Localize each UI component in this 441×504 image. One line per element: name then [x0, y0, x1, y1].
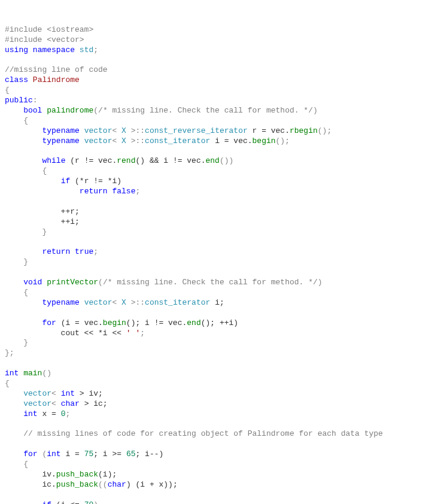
code-token: /* missing line. Check the call for meth…: [98, 106, 313, 115]
code-token: namespace: [33, 45, 75, 54]
code-token: push_back: [56, 470, 98, 479]
code-token: {: [5, 116, 28, 125]
code-token: ;: [93, 45, 98, 54]
code-token: iv.: [5, 470, 56, 479]
code-token: [80, 298, 84, 307]
code-line: void printVector(/* missing line. Check …: [5, 278, 323, 287]
code-line: if (i <= 70): [5, 500, 98, 504]
code-token: [5, 278, 23, 287]
code-token: ): [318, 278, 323, 287]
code-line: }: [5, 338, 28, 347]
code-token: [5, 136, 42, 145]
code-token: > iv;: [75, 389, 103, 398]
code-token: {: [5, 460, 28, 469]
code-line: return false;: [5, 187, 140, 196]
code-token: ++i;: [5, 217, 80, 226]
code-token: }: [5, 338, 28, 347]
code-token: > ic;: [80, 399, 108, 408]
code-token: >::: [126, 298, 145, 307]
code-token: ;: [135, 187, 140, 196]
code-token: (); i != vec.: [126, 318, 187, 327]
code-token: (: [38, 450, 47, 459]
code-token: {: [5, 379, 10, 388]
code-token: 75: [84, 450, 94, 459]
code-token: ): [93, 500, 98, 504]
code-token: int: [61, 389, 75, 398]
code-token: [80, 136, 84, 145]
code-token: X: [121, 136, 126, 145]
code-token: }: [5, 257, 28, 266]
code-token: typename: [42, 298, 79, 307]
code-token: :: [33, 96, 38, 105]
code-line: };: [5, 348, 14, 357]
code-token: (i);: [98, 470, 117, 479]
code-token: (: [98, 278, 103, 287]
code-token: ;: [65, 409, 70, 418]
code-token: <: [112, 136, 121, 145]
code-token: vector: [84, 298, 112, 307]
code-line: typename vector< X >::const_reverse_iter…: [5, 126, 331, 135]
code-token: std: [80, 45, 93, 54]
code-token: while: [42, 156, 65, 165]
code-token: typename: [42, 136, 79, 145]
code-token: true: [75, 247, 93, 256]
code-token: false: [112, 187, 135, 196]
code-token: [5, 450, 23, 459]
code-token: (r != vec.: [65, 156, 117, 165]
code-token: palindrome: [47, 106, 93, 115]
code-token: char: [61, 399, 80, 408]
code-token: [5, 247, 42, 256]
code-token: [5, 156, 42, 165]
code-line: {: [5, 460, 28, 469]
code-token: () && i != vec.: [135, 156, 205, 165]
code-token: [5, 409, 23, 418]
code-token: const_reverse_iterator: [145, 126, 248, 135]
code-line: for (int i = 75; i >= 65; i--): [5, 450, 163, 459]
code-block: #include <iostream> #include <vector> us…: [5, 25, 436, 504]
code-token: vector: [23, 389, 51, 398]
code-line: {: [5, 379, 10, 388]
code-token: int: [47, 450, 60, 459]
code-token: begin: [253, 136, 276, 145]
code-token: [5, 177, 61, 186]
code-token: const_iterator: [145, 298, 210, 307]
code-line: vector< char > ic;: [5, 399, 108, 408]
code-token: printVector: [47, 278, 98, 287]
code-token: //missing line of code: [5, 65, 108, 74]
code-token: [5, 389, 23, 398]
code-token: {: [5, 166, 47, 175]
code-token: #include <vector>: [5, 35, 84, 44]
code-token: >::: [126, 136, 145, 145]
code-token: if: [61, 177, 71, 186]
code-token: >::: [126, 126, 145, 135]
code-token: main: [23, 369, 42, 378]
code-line: }: [5, 257, 28, 266]
code-token: [5, 106, 23, 115]
code-line: bool palindrome(/* missing line. Check t…: [5, 106, 318, 115]
code-token: using: [5, 45, 28, 54]
code-line: ++r;: [5, 207, 80, 216]
code-token: i =: [61, 450, 84, 459]
code-line: while (r != vec.rend() && i != vec.end()…: [5, 156, 233, 165]
code-token: public: [5, 96, 33, 105]
code-token: // missing lines of code for creating ob…: [23, 429, 383, 438]
code-token: (i <=: [51, 500, 84, 504]
code-token: (): [42, 369, 51, 378]
code-token: bool: [23, 106, 42, 115]
code-token: [5, 500, 42, 504]
code-token: ;: [93, 247, 98, 256]
code-token: {: [5, 86, 10, 95]
code-line: {: [5, 86, 10, 95]
code-token: Palindrome: [33, 75, 80, 84]
code-token: <: [51, 399, 61, 408]
code-token: i;: [210, 298, 224, 307]
code-token: (: [93, 106, 98, 115]
code-token: rbegin: [290, 126, 318, 135]
code-token: ' ': [126, 329, 140, 338]
code-token: ;: [140, 329, 145, 338]
code-line: using namespace std;: [5, 45, 98, 54]
code-token: <: [112, 126, 121, 135]
code-token: class: [5, 75, 28, 84]
code-token: ; i >=: [93, 450, 126, 459]
code-token: for: [23, 450, 37, 459]
